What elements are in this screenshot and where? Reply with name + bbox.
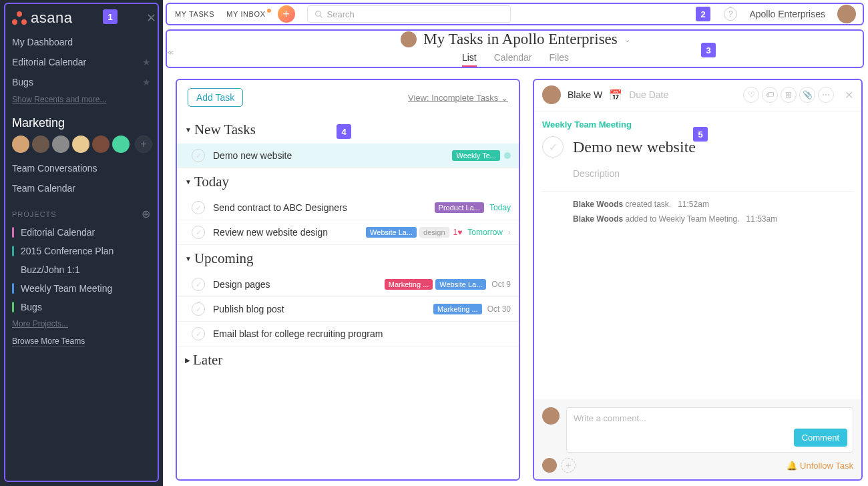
commenter-avatar <box>542 407 560 425</box>
due-date: Tomorrow <box>467 228 503 237</box>
project-tag[interactable]: Marketing ... <box>433 304 482 314</box>
page-header: ≪ My Tasks in Apollo Enterprises ⌄ List … <box>167 29 864 68</box>
tab-my-inbox[interactable]: MY INBOX <box>226 10 265 18</box>
team-heading: Marketing <box>0 107 163 136</box>
unfollow-link[interactable]: 🔔Unfollow Task <box>787 461 853 471</box>
due-date: Today <box>489 203 511 212</box>
chevron-right-icon: › <box>508 228 511 237</box>
comment-button[interactable]: Comment <box>794 429 847 447</box>
project-weekly-team-meeting[interactable]: Weekly Team Meeting <box>0 279 163 298</box>
complete-checkbox[interactable] <box>192 327 205 340</box>
add-task-button[interactable]: Add Task <box>188 88 243 107</box>
expand-sidebar-icon[interactable]: ≪ <box>167 49 174 56</box>
avatar[interactable] <box>92 136 110 153</box>
browse-more-teams-link[interactable]: Browse More Teams <box>12 336 85 346</box>
comment-input[interactable]: Write a comment... Comment <box>566 407 853 453</box>
project-tag[interactable]: Website La... <box>435 279 486 290</box>
complete-checkbox[interactable] <box>192 201 205 214</box>
section-new-tasks[interactable]: ▼New Tasks <box>176 116 520 144</box>
follower-avatar[interactable] <box>542 458 557 473</box>
description-field[interactable]: Description <box>533 164 863 186</box>
user-avatar[interactable] <box>837 5 856 23</box>
project-editorial-calendar[interactable]: Editorial Calendar <box>0 223 163 242</box>
more-icon[interactable]: ⋯ <box>818 87 834 103</box>
project-tag[interactable]: Product La... <box>435 202 484 213</box>
project-buzz-john[interactable]: Buzz/John 1:1 <box>0 260 163 279</box>
unread-dot-icon <box>267 9 271 13</box>
nav-recent-bugs[interactable]: Bugs★ <box>0 72 163 92</box>
hearts-count[interactable]: 1♥ <box>453 228 463 237</box>
avatar[interactable] <box>12 136 29 153</box>
avatar[interactable] <box>52 136 69 153</box>
bell-icon: 🔔 <box>787 461 797 471</box>
tab-files[interactable]: Files <box>550 52 570 67</box>
tag-icon[interactable]: 🏷 <box>762 87 778 103</box>
activity-entry: Blake Woods created task.11:52am <box>533 197 863 212</box>
complete-checkbox[interactable] <box>542 136 564 158</box>
complete-checkbox[interactable] <box>192 226 205 239</box>
avatar[interactable] <box>112 136 130 153</box>
task-row[interactable]: Design pages Marketing ... Website La...… <box>176 272 520 297</box>
tab-list[interactable]: List <box>462 52 477 67</box>
page-title: My Tasks in Apollo Enterprises <box>423 31 618 48</box>
project-tag[interactable]: Marketing ... <box>385 279 433 290</box>
complete-checkbox[interactable] <box>192 278 205 291</box>
task-name: Email blast for college recruiting progr… <box>213 328 511 339</box>
task-row[interactable]: Demo new website Weekly Te... <box>176 144 520 168</box>
task-detail-pane: Blake W 📅 Due Date ♡ 🏷 ⊞ 📎 ⋯ ✕ Weekly Te… <box>533 79 863 481</box>
assignee-avatar[interactable] <box>542 85 561 104</box>
task-row[interactable]: Publish blog post Marketing ... Oct 30 <box>176 297 520 322</box>
quick-add-button[interactable]: + <box>278 5 295 23</box>
help-button[interactable]: ? <box>724 7 737 21</box>
project-tag[interactable]: design <box>419 227 449 238</box>
more-projects-link[interactable]: More Projects... <box>0 316 163 331</box>
nav-recent-editorial-calendar[interactable]: Editorial Calendar★ <box>0 52 163 72</box>
add-project-icon[interactable]: ⊕ <box>142 208 151 220</box>
section-later[interactable]: ▶Later <box>176 346 520 374</box>
section-upcoming[interactable]: ▼Upcoming <box>176 245 520 272</box>
task-row[interactable]: Send contract to ABC Designers Product L… <box>176 196 520 220</box>
heart-icon[interactable]: ♡ <box>743 87 759 103</box>
nav-team-conversations[interactable]: Team Conversations <box>0 158 163 178</box>
owner-avatar <box>401 31 417 47</box>
add-follower-button[interactable]: + <box>561 458 576 473</box>
project-bugs[interactable]: Bugs <box>0 298 163 316</box>
show-recents-link[interactable]: Show Recents and more... <box>0 92 163 107</box>
chevron-down-icon[interactable]: ⌄ <box>624 35 630 44</box>
nav-team-calendar[interactable]: Team Calendar <box>0 178 163 198</box>
tab-calendar[interactable]: Calendar <box>494 52 532 67</box>
due-date-field[interactable]: Due Date <box>629 89 668 100</box>
project-tag[interactable]: Website La... <box>366 227 417 238</box>
task-row[interactable]: Email blast for college recruiting progr… <box>176 322 520 346</box>
add-member-button[interactable]: + <box>135 136 152 153</box>
task-name: Design pages <box>213 279 382 290</box>
section-today[interactable]: ▼Today <box>176 168 520 196</box>
tab-my-tasks[interactable]: MY TASKS <box>175 10 214 18</box>
search-input[interactable]: Search <box>307 5 511 23</box>
nav-my-dashboard[interactable]: My Dashboard <box>0 32 163 52</box>
subtask-icon[interactable]: ⊞ <box>781 87 797 103</box>
attachment-icon[interactable]: 📎 <box>799 87 815 103</box>
task-name: Review new website design <box>213 227 363 238</box>
close-icon[interactable]: ✕ <box>845 89 853 101</box>
complete-checkbox[interactable] <box>192 302 205 316</box>
avatar[interactable] <box>32 136 49 153</box>
task-title[interactable]: Demo new website <box>573 138 696 156</box>
project-tag[interactable]: Weekly Te... <box>452 150 500 161</box>
star-icon[interactable]: ★ <box>142 77 151 87</box>
task-row[interactable]: Review new website design Website La... … <box>176 220 520 245</box>
task-name: Demo new website <box>213 150 449 161</box>
complete-checkbox[interactable] <box>192 149 205 162</box>
detail-project-chip[interactable]: Weekly Team Meeting <box>533 111 863 130</box>
collapse-sidebar-icon[interactable]: ✕ <box>146 11 156 25</box>
project-2015-conference-plan[interactable]: 2015 Conference Plan <box>0 242 163 260</box>
assignee-name[interactable]: Blake W <box>568 89 602 100</box>
projects-section-label: PROJECTS⊕ <box>0 198 163 223</box>
caret-down-icon: ▼ <box>185 178 192 186</box>
avatar[interactable] <box>72 136 89 153</box>
org-name[interactable]: Apollo Enterprises <box>749 9 825 19</box>
star-icon[interactable]: ★ <box>142 57 151 67</box>
view-filter-dropdown[interactable]: View: Incomplete Tasks ⌄ <box>408 93 508 103</box>
caret-right-icon: ▶ <box>185 356 190 364</box>
calendar-icon[interactable]: 📅 <box>609 89 622 101</box>
